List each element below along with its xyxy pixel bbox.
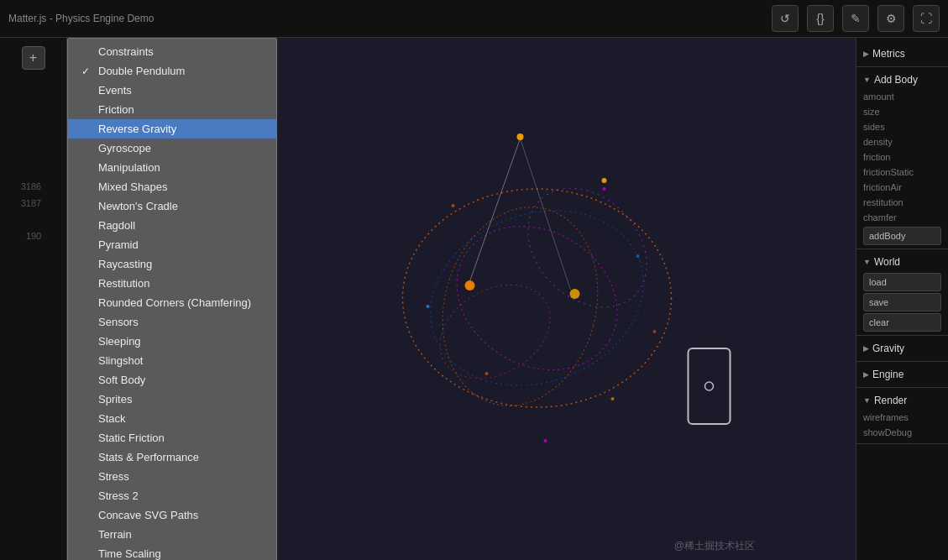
section-title: World bbox=[874, 256, 900, 268]
dropdown-item-slingshot[interactable]: Slingshot bbox=[68, 351, 276, 370]
dropdown-item-label: Pyramid bbox=[98, 238, 139, 251]
canvas-area[interactable]: Constraints✓Double PendulumEventsFrictio… bbox=[67, 38, 856, 560]
sidebar-section-metrics: ▶Metrics bbox=[856, 44, 948, 67]
dropdown-item-label: Soft Body bbox=[98, 374, 145, 386]
dropdown-item-label: Concave SVG Paths bbox=[98, 509, 198, 521]
section-title: Render bbox=[874, 395, 907, 406]
dropdown-item-ragdoll[interactable]: Ragdoll bbox=[68, 216, 276, 235]
svg-point-9 bbox=[705, 382, 714, 390]
dropdown-item-manipulation[interactable]: Manipulation bbox=[68, 158, 276, 177]
dropdown-item-stress-2[interactable]: Stress 2 bbox=[68, 486, 276, 505]
sidebar-section-header-metrics[interactable]: ▶Metrics bbox=[856, 44, 948, 63]
wireframes-label: wireframes bbox=[856, 410, 948, 425]
dropdown-item-concave-svg-paths[interactable]: Concave SVG Paths bbox=[68, 505, 276, 525]
dropdown-item-label: Constraints bbox=[98, 45, 154, 58]
dropdown-item-constraints[interactable]: Constraints bbox=[68, 42, 276, 61]
fullscreen-button[interactable]: ⛶ bbox=[913, 5, 940, 32]
dropdown-item-stress[interactable]: Stress bbox=[68, 467, 276, 486]
dropdown-item-label: Newton's Cradle bbox=[98, 200, 178, 212]
dropdown-item-events[interactable]: Events bbox=[68, 81, 276, 100]
sidebar-section-header-engine[interactable]: ▶Engine bbox=[856, 365, 948, 384]
svg-point-15 bbox=[636, 254, 640, 258]
dropdown-item-terrain[interactable]: Terrain bbox=[68, 525, 276, 544]
svg-point-20 bbox=[653, 330, 657, 333]
sidebar-numbers: 3186 3187 190 bbox=[21, 179, 45, 245]
dropdown-item-sensors[interactable]: Sensors bbox=[68, 312, 276, 332]
main-layout: + 3186 3187 190 Constraints✓Double Pendu… bbox=[0, 38, 948, 560]
svg-point-17 bbox=[611, 397, 615, 400]
code-button[interactable]: {} bbox=[807, 5, 834, 32]
chevron-right-icon: ▶ bbox=[863, 50, 869, 58]
dropdown-item-reverse-gravity[interactable]: Reverse Gravity bbox=[68, 119, 276, 139]
section-title: Metrics bbox=[872, 48, 905, 60]
settings-button[interactable]: ⚙ bbox=[877, 5, 904, 32]
draw-button[interactable]: ✎ bbox=[842, 5, 869, 32]
dropdown-item-pyramid[interactable]: Pyramid bbox=[68, 235, 276, 254]
sidebar-section-render: ▼RenderwireframesshowDebug bbox=[856, 391, 948, 444]
dropdown-item-label: Rounded Corners (Chamfering) bbox=[98, 296, 251, 309]
dropdown-item-stack[interactable]: Stack bbox=[68, 409, 276, 428]
dropdown-item-gyroscope[interactable]: Gyroscope bbox=[68, 139, 276, 158]
sidebar-section-world: ▼Worldloadsaveclear bbox=[856, 253, 948, 336]
dropdown-item-label: Slingshot bbox=[98, 354, 143, 367]
dropdown-item-restitution[interactable]: Restitution bbox=[68, 274, 276, 293]
dropdown-item-label: Stats & Performance bbox=[98, 451, 199, 463]
dropdown-item-label: Time Scaling bbox=[98, 547, 161, 560]
dropdown-item-label: Manipulation bbox=[98, 161, 160, 174]
sidebar-section-header-world[interactable]: ▼World bbox=[856, 253, 948, 271]
section-divider bbox=[856, 249, 948, 249]
svg-point-13 bbox=[452, 204, 455, 207]
svg-point-10 bbox=[505, 165, 671, 331]
dropdown-item-sprites[interactable]: Sprites bbox=[68, 390, 276, 409]
load-button[interactable]: load bbox=[863, 273, 941, 291]
save-button[interactable]: save bbox=[863, 293, 941, 311]
svg-point-18 bbox=[544, 439, 547, 442]
dropdown-item-static-friction[interactable]: Static Friction bbox=[68, 428, 276, 447]
dropdown-item-soft-body[interactable]: Soft Body bbox=[68, 370, 276, 390]
watermark: @稀土掘技术社区 bbox=[674, 539, 755, 553]
dropdown-item-stats--performance[interactable]: Stats & Performance bbox=[68, 447, 276, 467]
section-title: Gravity bbox=[872, 343, 904, 354]
svg-point-12 bbox=[517, 133, 524, 140]
dropdown-item-label: Mixed Shapes bbox=[98, 181, 167, 193]
section-divider bbox=[856, 361, 948, 362]
svg-point-1 bbox=[431, 198, 643, 399]
addBody-button[interactable]: addBody bbox=[863, 227, 941, 245]
svg-point-2 bbox=[406, 182, 668, 415]
right-sidebar: ▶Metrics▼Add Bodyamountsizesidesdensityf… bbox=[856, 38, 948, 560]
dropdown-item-label: Double Pendulum bbox=[98, 65, 185, 77]
showDebug-label: showDebug bbox=[856, 425, 948, 440]
dropdown-item-sleeping[interactable]: Sleeping bbox=[68, 332, 276, 351]
number-3186: 3186 bbox=[21, 179, 41, 196]
chevron-right-icon: ▶ bbox=[863, 370, 869, 379]
svg-rect-8 bbox=[689, 348, 731, 424]
restitution-label: restitution bbox=[856, 195, 948, 210]
clear-button[interactable]: clear bbox=[863, 313, 941, 332]
sidebar-section-header-gravity[interactable]: ▶Gravity bbox=[856, 339, 948, 358]
check-icon: ✓ bbox=[81, 65, 93, 77]
chevron-down-icon: ▼ bbox=[863, 76, 871, 84]
dropdown-item-double-pendulum[interactable]: ✓Double Pendulum bbox=[68, 61, 276, 81]
refresh-button[interactable]: ↺ bbox=[772, 5, 799, 32]
dropdown-item-friction[interactable]: Friction bbox=[68, 100, 276, 119]
dropdown-item-label: Reverse Gravity bbox=[98, 123, 176, 135]
dropdown-item-time-scaling[interactable]: Time Scaling bbox=[68, 544, 276, 560]
dropdown-item-raycasting[interactable]: Raycasting bbox=[68, 254, 276, 274]
dropdown-item-mixed-shapes[interactable]: Mixed Shapes bbox=[68, 177, 276, 196]
svg-point-0 bbox=[403, 189, 672, 407]
dropdown-item-label: Sleeping bbox=[98, 335, 141, 348]
svg-point-16 bbox=[485, 372, 489, 375]
svg-line-5 bbox=[521, 139, 571, 290]
number-3187: 3187 bbox=[21, 196, 41, 212]
sidebar-section-header-add-body[interactable]: ▼Add Body bbox=[856, 71, 948, 89]
sidebar-section-engine: ▶Engine bbox=[856, 365, 948, 388]
add-button[interactable]: + bbox=[22, 46, 45, 70]
dropdown-item-rounded-corners-chamfering[interactable]: Rounded Corners (Chamfering) bbox=[68, 293, 276, 312]
frictionStatic-label: frictionStatic bbox=[856, 165, 948, 180]
sidebar-section-gravity: ▶Gravity bbox=[856, 339, 948, 362]
svg-point-11 bbox=[423, 266, 567, 398]
dropdown-item-label: Stress bbox=[98, 470, 129, 483]
dropdown-item-newtons-cradle[interactable]: Newton's Cradle bbox=[68, 196, 276, 216]
demo-dropdown: Constraints✓Double PendulumEventsFrictio… bbox=[67, 38, 277, 560]
sidebar-section-header-render[interactable]: ▼Render bbox=[856, 391, 948, 410]
